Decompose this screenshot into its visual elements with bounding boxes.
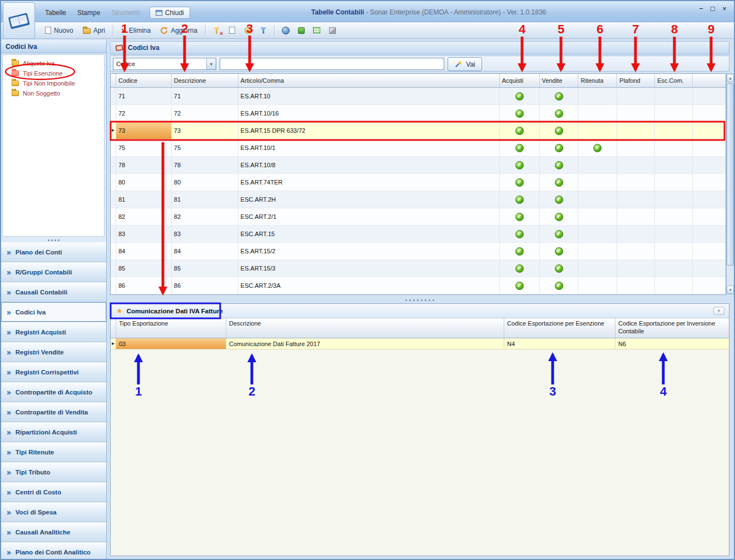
cell-ritenuta[interactable]: ✓ [578,157,617,174]
sidebar-nav-item[interactable]: » Piano dei Conti [1,242,106,262]
cell-articolo[interactable]: ES.ART.10/1 [239,139,500,157]
sidebar-nav-item[interactable]: » Registri Acquisti [1,322,106,342]
cell-vendite[interactable]: ✓ [540,243,579,260]
cell-ritenuta[interactable]: ✓ [578,122,617,139]
clear-filter-button[interactable]: × [210,24,224,37]
cube-button[interactable] [325,24,339,37]
cell-codice-inversione[interactable]: N6 [615,338,729,349]
collapse-panel-button[interactable]: ▾ [713,307,724,315]
globe-button[interactable] [279,24,292,37]
cell-acquisti[interactable]: ✓ [500,243,540,260]
cell-vendite[interactable]: ✓ [540,174,579,191]
cell-ritenuta[interactable]: ✓ [578,277,617,294]
horizontal-splitter[interactable] [110,298,729,302]
cell-vendite[interactable]: ✓ [540,139,579,157]
sidebar-nav-item[interactable]: » Tipi Tributo [1,462,106,482]
cell-plafond[interactable] [617,157,655,174]
col-codice-esenzione[interactable]: Codice Esportazione per Esenzione [504,318,615,338]
sidebar-nav-item[interactable]: » R/Gruppi Contabili [1,262,106,282]
cell-esccom[interactable] [655,191,693,208]
tree-item[interactable]: Aliquote Iva [3,58,104,68]
cell-descrizione[interactable]: 75 [172,139,239,157]
cell-ritenuta[interactable]: ✓ [578,88,617,105]
cell-esccom[interactable] [655,243,693,260]
cell-acquisti[interactable]: ✓ [500,122,540,139]
cell-descrizione[interactable]: 72 [172,105,239,122]
sidebar-nav-item[interactable]: » Causali Contabili [1,282,106,302]
cell-codice[interactable]: 75 [116,139,172,157]
table-row[interactable]: ► 80 80 ES.ART.74TER ✓ ✓ ✓ [111,174,726,191]
bottom-table-row[interactable]: ► 03 Comunicazione Dati Fatture 2017 N4 … [111,338,729,349]
cell-acquisti[interactable]: ✓ [500,88,540,105]
tree-item[interactable]: Tipi Esenzione [3,68,104,78]
cell-esccom[interactable] [655,260,693,277]
cell-ritenuta[interactable]: ✓ [578,105,617,122]
cell-articolo[interactable]: ESC.ART.15 [239,226,500,243]
cell-descrizione[interactable]: 85 [172,260,239,277]
cell-vendite[interactable]: ✓ [540,88,579,105]
menu-stampe[interactable]: Stampe [72,7,105,18]
cell-codice[interactable]: 73 [116,122,172,139]
cell-acquisti[interactable]: ✓ [500,139,540,157]
table-view-button[interactable] [310,24,324,37]
sidebar-nav-item[interactable]: » Ripartizioni Acquisti [1,422,106,442]
cell-articolo[interactable]: ES.ART.15/3 [239,260,500,277]
cell-codice[interactable]: 80 [116,174,172,191]
table-row[interactable]: ► 72 72 ES.ART.10/16 ✓ ✓ ✓ [111,105,726,122]
cell-plafond[interactable] [617,174,655,191]
col-descrizione[interactable]: Descrizione [226,318,504,338]
cell-ritenuta[interactable]: ✓ [578,226,617,243]
sidebar-nav-item[interactable]: » Voci di Spesa [1,502,106,522]
cell-articolo[interactable]: ESC.ART.2/3A [239,277,500,294]
cell-esccom[interactable] [655,157,693,174]
cell-tipo-esportazione[interactable]: 03 [116,338,226,349]
new-button[interactable]: Nuovo [41,25,77,36]
cell-esccom[interactable] [655,88,693,105]
cell-plafond[interactable] [617,226,655,243]
cell-ritenuta[interactable]: ✓ [578,191,617,208]
cell-vendite[interactable]: ✓ [540,226,579,243]
minimize-button[interactable]: − [697,4,705,13]
cell-codice[interactable]: 81 [116,191,172,208]
cell-esccom[interactable] [655,174,693,191]
cell-articolo[interactable]: ES.ART.10/16 [239,105,500,122]
table-row[interactable]: ► 84 84 ES.ART.15/2 ✓ ✓ ✓ [111,243,726,260]
cell-articolo[interactable]: ESC.ART.2H [239,191,500,208]
maximize-button[interactable]: □ [709,4,717,13]
sidebar-nav-item[interactable]: » Causali Analitiche [1,522,106,542]
cell-ritenuta[interactable]: ✓ [578,243,617,260]
cell-plafond[interactable] [617,191,655,208]
cell-esccom[interactable] [655,105,693,122]
cell-vendite[interactable]: ✓ [540,208,579,226]
table-row[interactable]: ► 83 83 ESC.ART.15 ✓ ✓ ✓ [111,226,726,243]
col-descrizione[interactable]: Descrizione [172,74,239,87]
cell-ritenuta[interactable]: ✓ [578,260,617,277]
cell-vendite[interactable]: ✓ [540,191,579,208]
cell-acquisti[interactable]: ✓ [500,105,540,122]
cell-acquisti[interactable]: ✓ [500,191,540,208]
cell-plafond[interactable] [617,260,655,277]
cell-acquisti[interactable]: ✓ [500,157,540,174]
refresh-button[interactable]: Aggiorna [156,25,201,36]
col-acquisti[interactable]: Acquisti [500,74,540,87]
cell-acquisti[interactable]: ✓ [500,260,540,277]
cell-codice[interactable]: 86 [116,277,172,294]
cell-descrizione[interactable]: 84 [172,243,239,260]
cell-ritenuta[interactable]: ✓ [578,139,617,157]
cell-codice[interactable]: 72 [116,105,172,122]
cell-ritenuta[interactable]: ✓ [578,174,617,191]
sidebar-nav-item[interactable]: » Contropartite di Acquisto [1,382,106,402]
scroll-up-button[interactable]: ▲ [727,74,734,82]
search-field-combo[interactable]: Codice ▼ [113,58,216,70]
cell-vendite[interactable]: ✓ [540,277,579,294]
cell-codice[interactable]: 78 [116,157,172,174]
table-row[interactable]: ► 78 78 ES.ART.10/8 ✓ ✓ ✓ [111,157,726,174]
cell-descrizione[interactable]: 86 [172,277,239,294]
cell-plafond[interactable] [617,139,655,157]
scroll-down-button[interactable]: ▼ [727,286,734,294]
blank-document-button[interactable] [225,24,239,37]
cell-descrizione[interactable]: 83 [172,226,239,243]
col-ritenuta[interactable]: Ritenuta [578,74,617,87]
cell-codice[interactable]: 83 [116,226,172,243]
close-button[interactable]: × [721,4,728,13]
